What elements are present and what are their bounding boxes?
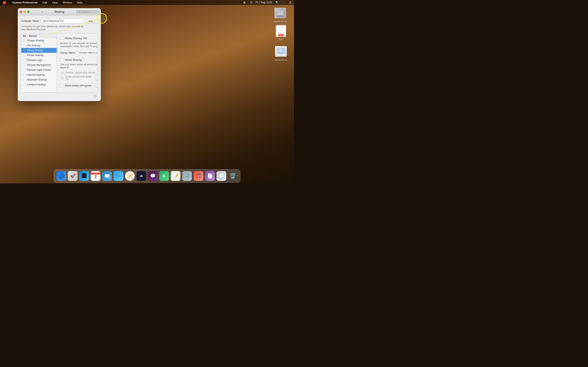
dock-item-trash[interactable]: 🗑️ [227, 171, 238, 181]
window-search[interactable]: 🔍 [76, 10, 99, 14]
service-item-bluetooth-sharing[interactable]: Bluetooth Sharing [21, 77, 57, 82]
service-item-content-caching[interactable]: Content Caching [21, 82, 57, 87]
window-title: Sharing [54, 10, 64, 13]
service-item-media-sharing[interactable]: ✓ Media Sharing [21, 48, 57, 53]
library-name-input[interactable] [77, 50, 98, 55]
search-icon[interactable]: 🔍 [275, 1, 279, 4]
menu-view[interactable]: View [51, 1, 59, 4]
nav-forward-button[interactable]: › [36, 10, 40, 14]
screenshots-icon [274, 45, 287, 58]
nav-back-button[interactable]: ‹ [32, 10, 35, 14]
desktop-icon-screenshots[interactable]: Screenshots [274, 45, 287, 61]
help-button[interactable]: ? [93, 94, 97, 98]
dock-item-text-editor[interactable]: 📃 [216, 171, 227, 181]
share-photos-checkbox[interactable] [61, 77, 63, 80]
home-sharing-toggle[interactable] [60, 58, 63, 61]
computer-name-input[interactable] [41, 19, 84, 23]
screen-sharing-checkbox[interactable] [23, 39, 26, 42]
service-item-screen-sharing[interactable]: Screen Sharing [21, 38, 57, 43]
choose-button[interactable]: Choose... [95, 76, 98, 80]
share-media-row: Share media with guests Options... [60, 83, 98, 88]
dock-item-appstore[interactable]: 🅰 [79, 171, 89, 181]
window-minimize-button[interactable] [24, 11, 26, 13]
media-sharing-description: Devices on your network can browse and p… [60, 42, 98, 48]
services-header-service: Service [29, 35, 37, 37]
media-sharing-checkbox[interactable]: ✓ [23, 49, 26, 52]
file-sharing-checkbox[interactable] [23, 44, 26, 47]
service-item-file-sharing[interactable]: File Sharing [21, 43, 57, 48]
desktop-icon-macintosh-hd[interactable]: Macintosh HD [273, 7, 287, 23]
svg-rect-2 [278, 13, 282, 14]
dock-item-system-prefs[interactable]: ⚙️ [182, 171, 192, 181]
computer-name-label: Computer Name: [21, 20, 40, 22]
service-item-internet-sharing[interactable]: Internet Sharing [21, 72, 57, 77]
share-media-label: Share media with guests [65, 84, 91, 87]
pdf-badge: PDF [278, 34, 284, 36]
edit-button[interactable]: Edit... [86, 19, 98, 24]
file-sharing-label: File Sharing [27, 44, 40, 47]
remote-management-checkbox[interactable] [23, 64, 26, 66]
service-item-remote-management[interactable]: Remote Management [21, 63, 57, 67]
menu-edit[interactable]: Edit [42, 1, 48, 4]
dock-item-keka[interactable]: K [159, 171, 169, 181]
bluetooth-sharing-checkbox[interactable] [23, 78, 26, 81]
content-caching-checkbox[interactable] [23, 83, 26, 86]
dock-item-tempi[interactable]: 🎵 [193, 171, 204, 181]
media-sharing-toggle[interactable] [60, 37, 63, 40]
internet-sharing-checkbox[interactable] [23, 73, 26, 76]
menu-window[interactable]: Window [62, 1, 73, 4]
clock: Fri 7 Aug 11:52 [256, 1, 272, 4]
computer-name-section: Computer Name: Computers on your local n… [21, 19, 98, 31]
more-icon[interactable]: ··· [282, 1, 286, 4]
library-name-label: Library Name: [60, 51, 76, 54]
menu-help[interactable]: Help [76, 1, 83, 4]
window-maximize-button[interactable] [27, 11, 30, 13]
pdf-label: PDF [279, 38, 283, 41]
app-menu-system-preferences[interactable]: System Preferences [11, 1, 38, 4]
dock-item-finder[interactable]: 🔵 [56, 171, 67, 181]
share-photos-label: Share photos with Apple TV [65, 75, 93, 81]
menubar: 🍎 System Preferences Edit View Window He… [0, 0, 294, 5]
service-item-remote-login[interactable]: Remote Login [21, 58, 57, 63]
apple-menu[interactable]: 🍎 [2, 1, 7, 4]
window-titlebar: ‹ › ⊞ Sharing 🔍 [18, 8, 101, 16]
grid-view-button[interactable]: ⊞ [41, 10, 44, 14]
options-button[interactable]: Options... [95, 83, 98, 88]
share-media-checkbox[interactable] [60, 84, 63, 87]
window-close-button[interactable] [20, 11, 22, 13]
time-machine-icon: ⏱ [249, 1, 253, 4]
computer-name-row: Computer Name: [21, 19, 84, 23]
list-icon[interactable]: ☰ [288, 1, 292, 4]
harddrive-label: Macintosh HD [273, 20, 287, 23]
printer-sharing-checkbox[interactable] [23, 54, 26, 57]
dock-item-ia-writer[interactable]: iA [136, 171, 147, 181]
dock-item-launchpad[interactable]: 🚀 [67, 171, 78, 181]
desktop-icon-pdf[interactable]: PDF PDF [274, 25, 287, 41]
sharing-window: ‹ › ⊞ Sharing 🔍 Computer Name: Computers… [18, 8, 101, 101]
help-area: ? [21, 92, 98, 99]
dock-item-whisk[interactable]: 📄 [205, 171, 215, 181]
dock: 🔵 🚀 🅰 AUG 7 ✉️ 🐦 🧭 iA 💬 K 📝 [54, 169, 240, 183]
dock-item-slack[interactable]: 💬 [147, 171, 158, 181]
dock-item-safari[interactable]: 🧭 [125, 171, 135, 181]
remote-apple-events-checkbox[interactable] [23, 68, 26, 71]
services-list: On Service Screen Sharing File Sharing ✓… [21, 34, 57, 92]
harddrive-icon [274, 7, 287, 20]
services-header: On Service [21, 34, 57, 38]
remote-login-checkbox[interactable] [23, 59, 26, 61]
home-sharing-description: Use your library across all devices sign… [60, 63, 98, 69]
media-sharing-header: Media Sharing: Off [60, 37, 98, 40]
svg-rect-1 [278, 12, 282, 13]
highlight-annotation [96, 13, 107, 24]
monitor-icon: 🖥 [242, 1, 246, 4]
dock-item-notes[interactable]: 📝 [170, 171, 181, 181]
dock-item-mail[interactable]: ✉️ [102, 171, 112, 181]
dock-item-tweetbot[interactable]: 🐦 [113, 171, 124, 181]
devices-update-checkbox[interactable] [61, 71, 64, 74]
service-item-printer-sharing[interactable]: Printer Sharing [21, 53, 57, 58]
service-item-remote-apple-events[interactable]: Remote Apple Events [21, 67, 57, 72]
bluetooth-sharing-label: Bluetooth Sharing [27, 78, 47, 81]
media-sharing-title: Media Sharing: Off [65, 37, 87, 40]
search-input[interactable] [81, 10, 98, 13]
dock-item-calendar[interactable]: AUG 7 [90, 171, 101, 181]
